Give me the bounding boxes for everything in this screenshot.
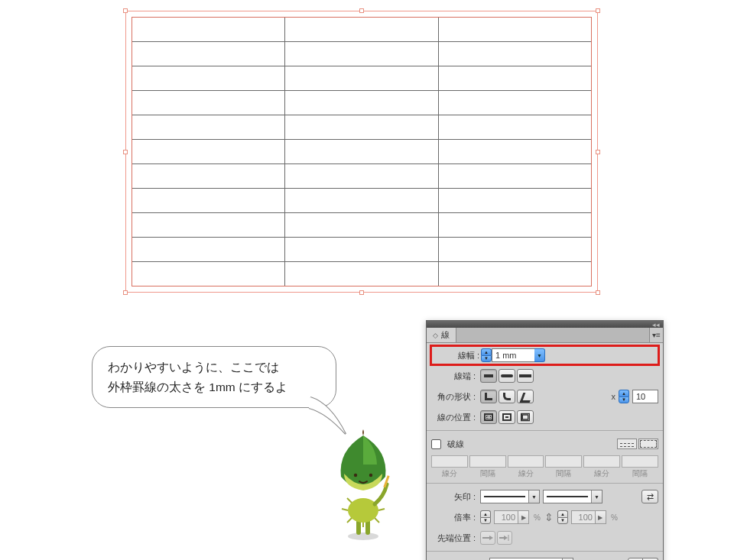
selection-handle-bottom-mid[interactable] <box>359 290 364 295</box>
stepper-up-icon[interactable]: ▲ <box>481 348 492 355</box>
expand-collapse-icon[interactable]: ◇ <box>433 332 438 339</box>
cap-round-button[interactable] <box>499 369 515 383</box>
table-cell[interactable] <box>132 115 285 140</box>
corner-bevel-button[interactable] <box>517 390 534 403</box>
table-cell[interactable] <box>132 42 285 66</box>
selection-handle-bottom-right[interactable] <box>596 290 600 295</box>
table-cell[interactable] <box>285 91 438 115</box>
dash-value-input[interactable] <box>583 455 620 468</box>
table-cell[interactable] <box>285 189 438 213</box>
stepper-down-icon[interactable]: ▼ <box>481 355 492 363</box>
stepper-down-icon[interactable]: ▼ <box>619 397 629 404</box>
dash-field-label: 線分 <box>518 468 534 479</box>
scale-end-menu-button[interactable]: ▶ <box>596 510 606 524</box>
panel-menu-button[interactable]: ▾≡ <box>649 328 663 342</box>
swap-arrowheads-button[interactable]: ⇄ <box>641 490 658 503</box>
svg-point-0 <box>348 532 378 540</box>
dash-value-input[interactable] <box>469 455 506 468</box>
table-cell[interactable] <box>285 18 438 42</box>
tab-stroke[interactable]: ◇ 線 <box>427 328 456 342</box>
table-cell[interactable] <box>132 262 285 286</box>
row-stroke-width: 線幅 : ▲ ▼ 1 mm ▼ <box>431 346 658 364</box>
align-inside-button[interactable] <box>499 410 515 424</box>
table-cell[interactable] <box>132 238 285 262</box>
stepper-up-icon[interactable]: ▲ <box>619 390 629 397</box>
panel-titlebar[interactable]: ◂◂ <box>427 321 663 328</box>
stroke-width-dropdown-button[interactable]: ▼ <box>534 348 545 362</box>
dash-value-input[interactable] <box>508 455 544 468</box>
scale-end-input[interactable]: 100 <box>571 510 596 524</box>
selection-handle-top-right[interactable] <box>596 8 600 13</box>
table-cell[interactable] <box>132 213 285 238</box>
link-scale-icon[interactable]: ⇕ <box>544 509 554 526</box>
scale-start-menu-button[interactable]: ▶ <box>518 510 529 524</box>
arrow-start-combo[interactable]: ▼ <box>480 490 540 503</box>
tutorial-highlight-box: 線幅 : ▲ ▼ 1 mm ▼ <box>430 345 660 366</box>
table-cell[interactable] <box>438 262 591 286</box>
selection-handle-top-mid[interactable] <box>359 8 364 13</box>
selection-bounding-box[interactable] <box>125 11 598 293</box>
stepper-down-icon[interactable]: ▼ <box>557 517 568 525</box>
miter-limit-prefix: x <box>612 392 616 401</box>
table-row <box>132 140 592 164</box>
dash-field: 間隔 <box>622 455 658 479</box>
arrow-end-combo[interactable]: ▼ <box>543 490 602 503</box>
bubble-line-1: わかりやすいように、ここでは <box>108 358 320 377</box>
dash-value-input[interactable] <box>431 455 468 468</box>
dash-value-input[interactable] <box>622 455 658 468</box>
align-center-button[interactable] <box>480 410 497 424</box>
table-cell[interactable] <box>285 66 438 91</box>
table-row <box>132 42 592 66</box>
table-cell[interactable] <box>285 42 438 66</box>
table-cell[interactable] <box>438 115 591 140</box>
table-cell[interactable] <box>438 213 591 238</box>
cap-butt-button[interactable] <box>480 369 497 383</box>
table-cell[interactable] <box>438 91 591 115</box>
table-cell[interactable] <box>438 238 591 262</box>
miter-limit-input[interactable]: 10 <box>632 390 658 403</box>
selection-handle-mid-right[interactable] <box>596 150 600 154</box>
collapse-panel-icon[interactable]: ◂◂ <box>652 322 660 329</box>
dash-value-input[interactable] <box>545 455 582 468</box>
tip-at-end-button[interactable] <box>497 531 512 545</box>
align-outside-button[interactable] <box>517 410 534 424</box>
table-cell[interactable] <box>132 18 285 42</box>
cap-projecting-button[interactable] <box>517 369 534 383</box>
table-cell[interactable] <box>285 262 438 286</box>
stroke-width-stepper[interactable]: ▲ ▼ <box>481 348 492 362</box>
scale-end-stepper[interactable]: ▲ ▼ <box>557 510 568 524</box>
dash-align-corners-button[interactable] <box>638 439 658 449</box>
table-cell[interactable] <box>438 18 591 42</box>
tip-extend-button[interactable] <box>480 531 495 545</box>
miter-limit-stepper[interactable]: ▲ ▼ <box>619 390 629 403</box>
table-cell[interactable] <box>438 140 591 164</box>
stepper-up-icon[interactable]: ▲ <box>480 510 491 517</box>
table-cell[interactable] <box>438 189 591 213</box>
scale-start-input[interactable]: 100 <box>494 510 518 524</box>
dashed-checkbox[interactable] <box>431 439 441 449</box>
table-object[interactable] <box>132 17 592 286</box>
scale-start-stepper[interactable]: ▲ ▼ <box>480 510 491 524</box>
stroke-width-input[interactable]: 1 mm <box>492 348 534 362</box>
corner-round-button[interactable] <box>499 390 515 403</box>
corner-miter-button[interactable] <box>480 390 497 403</box>
table-cell[interactable] <box>132 140 285 164</box>
table-cell[interactable] <box>132 66 285 91</box>
table-cell[interactable] <box>285 213 438 238</box>
table-cell[interactable] <box>285 238 438 262</box>
table-cell[interactable] <box>438 164 591 189</box>
stepper-up-icon[interactable]: ▲ <box>557 510 568 517</box>
table-cell[interactable] <box>285 115 438 140</box>
table-cell[interactable] <box>132 164 285 189</box>
table-cell[interactable] <box>438 66 591 91</box>
selection-handle-bottom-left[interactable] <box>123 290 128 295</box>
table-cell[interactable] <box>285 164 438 189</box>
table-cell[interactable] <box>132 91 285 115</box>
table-cell[interactable] <box>132 189 285 213</box>
stepper-down-icon[interactable]: ▼ <box>480 517 491 525</box>
table-cell[interactable] <box>285 140 438 164</box>
selection-handle-mid-left[interactable] <box>123 150 128 154</box>
selection-handle-top-left[interactable] <box>123 8 128 13</box>
dash-preserve-exact-button[interactable] <box>617 439 637 449</box>
table-cell[interactable] <box>438 42 591 66</box>
